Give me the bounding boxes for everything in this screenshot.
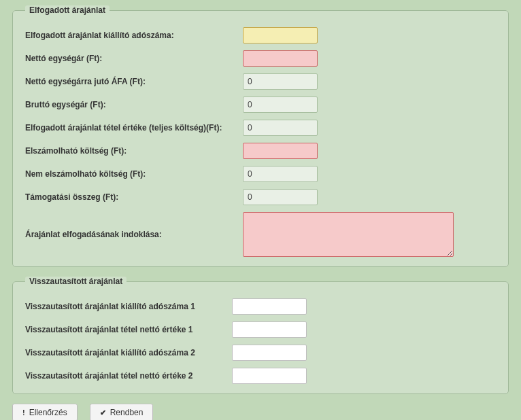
- check-icon: ✔: [100, 408, 106, 417]
- row-rejected-net2: Visszautasított árajánlat tétel nettó ér…: [25, 368, 499, 384]
- button-row: ! Ellenőrzés ✔ Rendben: [12, 404, 509, 420]
- row-rejected-tax2: Visszautasított árajánlat kiállító adósz…: [25, 345, 499, 361]
- row-rejected-net1: Visszautasított árajánlat tétel nettó ér…: [25, 321, 499, 338]
- input-tax-number[interactable]: [243, 27, 318, 43]
- check-button-label: Ellenőrzés: [29, 408, 67, 417]
- label-rejected-net1: Visszautasított árajánlat tétel nettó ér…: [25, 325, 232, 334]
- input-net-unit[interactable]: [243, 50, 318, 67]
- row-eligible-cost: Elszámolható költség (Ft):: [25, 143, 499, 159]
- input-grant-amount[interactable]: [243, 189, 318, 205]
- label-grant-amount: Támogatási összeg (Ft):: [25, 192, 243, 202]
- label-net-unit: Nettó egységár (Ft):: [25, 54, 243, 63]
- ok-button[interactable]: ✔ Rendben: [90, 404, 154, 420]
- input-gross-unit[interactable]: [243, 97, 318, 113]
- row-grant-amount: Támogatási összeg (Ft):: [25, 189, 499, 205]
- row-non-eligible-cost: Nem elszámolható költség (Ft):: [25, 166, 499, 182]
- label-justification: Árajánlat elfogadásának indoklása:: [25, 230, 243, 239]
- exclamation-icon: !: [22, 408, 25, 417]
- input-rejected-tax2[interactable]: [232, 345, 307, 361]
- label-eligible-cost: Elszámolható költség (Ft):: [25, 146, 243, 156]
- input-item-total[interactable]: [243, 120, 318, 136]
- row-justification: Árajánlat elfogadásának indoklása:: [25, 212, 499, 257]
- label-gross-unit: Bruttó egységár (Ft):: [25, 100, 243, 109]
- label-non-eligible-cost: Nem elszámolható költség (Ft):: [25, 169, 243, 179]
- row-item-total: Elfogadott árajánlat tétel értéke (telje…: [25, 120, 499, 136]
- ok-button-label: Rendben: [110, 408, 144, 417]
- label-rejected-net2: Visszautasított árajánlat tétel nettó ér…: [25, 371, 232, 381]
- label-tax-number: Elfogadott árajánlat kiállító adószáma:: [25, 31, 243, 40]
- input-non-eligible-cost[interactable]: [243, 166, 318, 182]
- accepted-legend: Elfogadott árajánlat: [25, 5, 110, 15]
- row-rejected-tax1: Visszautasított árajánlat kiállító adósz…: [25, 298, 499, 315]
- input-eligible-cost[interactable]: [243, 143, 318, 159]
- row-net-vat: Nettó egységárra jutó ÁFA (Ft):: [25, 73, 499, 90]
- check-button[interactable]: ! Ellenőrzés: [12, 404, 78, 420]
- label-net-vat: Nettó egységárra jutó ÁFA (Ft):: [25, 77, 243, 86]
- rejected-quote-group: Visszautasított árajánlat Visszautasítot…: [12, 277, 509, 394]
- label-rejected-tax1: Visszautasított árajánlat kiállító adósz…: [25, 302, 232, 311]
- input-net-vat[interactable]: [243, 73, 318, 90]
- input-rejected-net1[interactable]: [232, 321, 307, 338]
- label-item-total: Elfogadott árajánlat tétel értéke (telje…: [25, 123, 243, 133]
- row-gross-unit: Bruttó egységár (Ft):: [25, 97, 499, 113]
- accepted-quote-group: Elfogadott árajánlat Elfogadott árajánla…: [12, 5, 509, 267]
- input-rejected-tax1[interactable]: [232, 298, 307, 315]
- input-rejected-net2[interactable]: [232, 368, 307, 384]
- label-rejected-tax2: Visszautasított árajánlat kiállító adósz…: [25, 348, 232, 357]
- row-tax-number: Elfogadott árajánlat kiállító adószáma:: [25, 27, 499, 43]
- row-net-unit: Nettó egységár (Ft):: [25, 50, 499, 67]
- rejected-legend: Visszautasított árajánlat: [25, 277, 127, 286]
- input-justification[interactable]: [243, 212, 454, 257]
